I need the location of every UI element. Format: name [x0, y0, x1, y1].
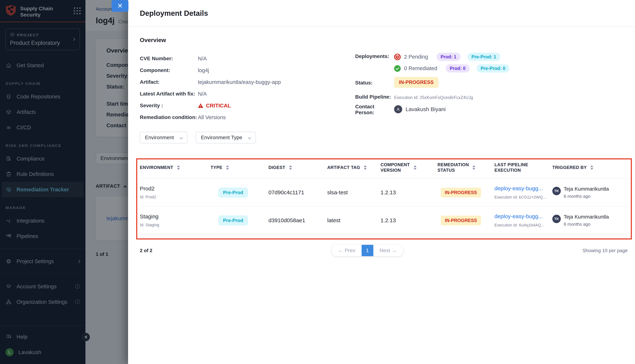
triggered-by-name: Teja Kummarikuntla — [564, 186, 609, 192]
cell-triggered-by: TK Teja Kummarikuntla 6 months ago — [552, 186, 628, 199]
field-label: Artifact: — [140, 79, 198, 85]
column-header-remediation-status[interactable]: REMEDIATION STATUS — [437, 162, 494, 173]
status-row: Status: IN-PROGRESS — [355, 77, 628, 88]
deployments-table: ENVIRONMENT TYPE DIGEST ARTIFACT TAG COM… — [140, 157, 628, 240]
preprod-type-badge: Pre-Prod — [218, 216, 248, 226]
column-header-artifact-tag[interactable]: ARTIFACT TAG — [327, 165, 380, 170]
table-filters: Environment Environment Type — [140, 132, 628, 144]
preprod-count-badge: Pre-Prod: 1 — [467, 53, 500, 61]
triggered-by-avatar: TK — [552, 215, 561, 223]
column-header-digest[interactable]: DIGEST — [268, 165, 327, 170]
deployment-details-modal: Deployment Details Overview CVE Number: … — [128, 0, 635, 364]
overview-grid: CVE Number: N/A Component: log4j Artifac… — [140, 53, 628, 123]
column-header-environment[interactable]: ENVIRONMENT — [140, 165, 211, 170]
triggered-by-time: 6 months ago — [564, 222, 609, 227]
cell-component-version: 1.2.13 — [380, 217, 437, 224]
next-page-button[interactable]: Next → — [373, 245, 403, 256]
deployments-row: Deployments: 2 Pending Prod: 1 Pre-Prod:… — [355, 53, 628, 72]
deployments-label: Deployments: — [355, 53, 394, 72]
pending-clock-icon — [394, 54, 401, 60]
environment-name: Staging — [140, 214, 211, 220]
page-number-button[interactable]: 1 — [362, 245, 373, 256]
triggered-by-time: 6 months ago — [564, 194, 609, 199]
column-header-type[interactable]: TYPE — [211, 165, 268, 170]
overview-heading: Overview — [140, 37, 628, 44]
remediated-line: 0 Remediated Prod: 0 Pre-Prod: 0 — [394, 64, 509, 72]
cell-artifact-tag: latest — [327, 217, 380, 224]
modal-overlay[interactable] — [0, 0, 128, 364]
pending-line: 2 Pending Prod: 1 Pre-Prod: 1 — [394, 53, 509, 61]
sort-icon[interactable] — [289, 165, 292, 170]
overview-left-column: CVE Number: N/A Component: log4j Artifac… — [140, 53, 355, 123]
sort-icon[interactable] — [177, 165, 180, 170]
triggered-by-avatar: TK — [552, 187, 561, 195]
column-header-component-version[interactable]: COMPONENT VERSION — [380, 162, 437, 173]
chevron-down-icon — [248, 136, 251, 139]
person-icon — [396, 107, 401, 112]
field-value: tejakummarikuntla/easy-buggy-app — [198, 79, 281, 85]
build-pipeline-label: Build Pipeline: — [355, 93, 394, 100]
cell-remediation-status: IN-PROGRESS — [437, 216, 494, 225]
field-latest-artifact: Latest Artifact with fix: N/A — [140, 88, 355, 100]
column-header-last-pipeline-execution[interactable]: LAST PIPELINE EXECUTION — [494, 162, 552, 173]
environment-filter-label: Environment — [145, 134, 174, 140]
cell-last-pipeline: deploy-easy-bugg... Execution Id: kCG11×… — [494, 185, 552, 200]
screen: Supply Chain Security PROJECT Product Ex… — [0, 0, 635, 364]
prod-count-badge: Prod: 0 — [446, 64, 470, 72]
cell-type: Pre-Prod — [211, 188, 268, 198]
contact-person-row: Contact Person: Lavakush Biyani — [355, 103, 628, 116]
sort-icon[interactable] — [364, 165, 367, 170]
field-artifact: Artifact: tejakummarikuntla/easy-buggy-a… — [140, 76, 355, 88]
field-label: Severity : — [140, 103, 198, 108]
triggered-by-name: Teja Kummarikuntla — [564, 214, 609, 220]
preprod-type-badge: Pre-Prod — [218, 188, 248, 198]
cell-component-version: 1.2.13 — [380, 189, 437, 196]
pagination-count: 2 of 2 — [140, 248, 152, 254]
in-progress-badge: IN-PROGRESS — [441, 188, 481, 198]
modal-header: Deployment Details — [128, 0, 635, 27]
environment-type-filter-dropdown[interactable]: Environment Type — [196, 132, 256, 144]
cell-remediation-status: IN-PROGRESS — [437, 188, 494, 198]
field-label: CVE Number: — [140, 56, 198, 62]
field-value: log4j — [198, 68, 209, 74]
sort-icon[interactable] — [472, 165, 475, 170]
warning-triangle-icon — [198, 103, 203, 108]
field-label: Latest Artifact with fix: — [140, 91, 198, 97]
environment-filter-dropdown[interactable]: Environment — [140, 132, 188, 144]
chevron-down-icon — [180, 136, 183, 139]
status-label: Status: — [355, 79, 394, 86]
overview-right-column: Deployments: 2 Pending Prod: 1 Pre-Prod:… — [355, 53, 628, 123]
pipeline-link[interactable]: deploy-easy-bugg... — [494, 213, 552, 220]
prev-page-button[interactable]: ← Prev — [332, 245, 361, 256]
modal-body: Overview CVE Number: N/A Component: log4… — [128, 27, 635, 256]
contact-avatar — [394, 105, 402, 113]
cell-environment: Staging Id: Staging — [140, 214, 211, 227]
table-row[interactable]: Prod2 Id: Prod2 Pre-Prod 07d90c4c1171 sl… — [140, 179, 628, 206]
status-badge: IN-PROGRESS — [394, 77, 438, 88]
pipeline-link[interactable]: deploy-easy-bugg... — [494, 185, 552, 192]
field-value: All Versions — [198, 114, 226, 120]
cell-digest: d3910d058ae1 — [268, 217, 327, 224]
prod-count-badge: Prod: 1 — [437, 53, 460, 61]
sort-icon[interactable] — [226, 165, 229, 170]
contact-person-name: Lavakush Biyani — [405, 106, 446, 112]
field-severity: Severity : CRITICAL — [140, 100, 355, 112]
per-page-label: Showing 10 per page — [582, 248, 628, 254]
table-row[interactable]: Staging Id: Staging Pre-Prod d3910d058ae… — [140, 206, 628, 234]
pagination-control: ← Prev 1 Next → — [332, 245, 403, 256]
sort-icon[interactable] — [414, 165, 416, 170]
column-header-triggered-by[interactable]: TRIGGERED BY — [552, 165, 628, 170]
field-label: Component: — [140, 68, 198, 73]
table-header-row: ENVIRONMENT TYPE DIGEST ARTIFACT TAG COM… — [140, 157, 628, 179]
close-button[interactable]: ✕ — [112, 0, 129, 12]
pipeline-execution-id: Execution Id: kCG11×2WQ... — [494, 195, 552, 200]
build-pipeline-execution-id: Execution Id: 25xKomFoQces6rFcxZ4UJg — [394, 93, 473, 100]
cell-digest: 07d90c4c1171 — [268, 189, 327, 196]
field-cve-number: CVE Number: N/A — [140, 53, 355, 64]
build-pipeline-row: Build Pipeline: Execution Id: 25xKomFoQc… — [355, 93, 628, 100]
sort-icon[interactable] — [590, 165, 593, 170]
field-remediation-condition: Remediation condition: All Versions — [140, 112, 355, 123]
field-value: N/A — [198, 91, 207, 97]
table-footer-strip — [140, 234, 628, 240]
cell-type: Pre-Prod — [211, 216, 268, 226]
